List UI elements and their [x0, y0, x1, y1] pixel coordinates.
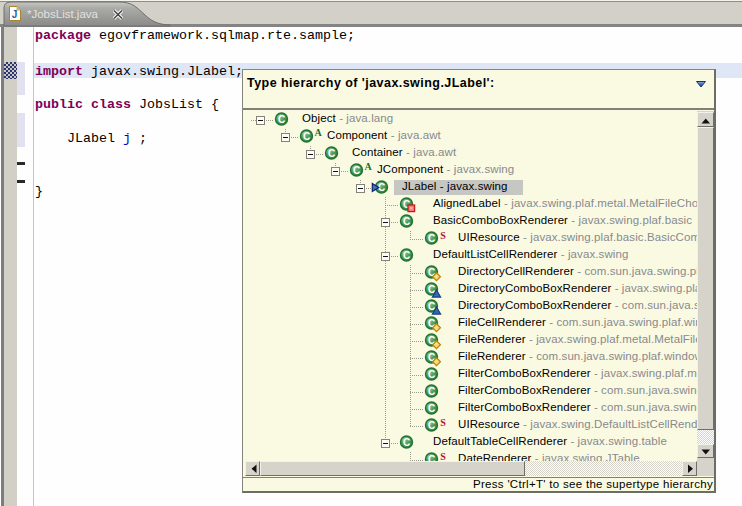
svg-text:C: C — [427, 386, 434, 397]
svg-text:A: A — [364, 161, 372, 172]
svg-text:C: C — [402, 250, 409, 261]
svg-text:C: C — [427, 454, 434, 461]
svg-text:C: C — [427, 403, 434, 414]
svg-text:C: C — [427, 233, 434, 244]
svg-text:S: S — [440, 417, 446, 428]
svg-text:J: J — [12, 9, 18, 20]
svg-text:C: C — [427, 420, 434, 431]
svg-text:S: S — [440, 451, 446, 461]
svg-text:A: A — [314, 127, 322, 138]
svg-text:S: S — [440, 230, 446, 241]
svg-text:C: C — [402, 216, 409, 227]
svg-text:C: C — [327, 148, 334, 159]
svg-text:C: C — [302, 131, 309, 142]
svg-text:C: C — [277, 114, 284, 125]
svg-text:C: C — [402, 437, 409, 448]
svg-text:C: C — [352, 165, 359, 176]
svg-text:C: C — [427, 369, 434, 380]
